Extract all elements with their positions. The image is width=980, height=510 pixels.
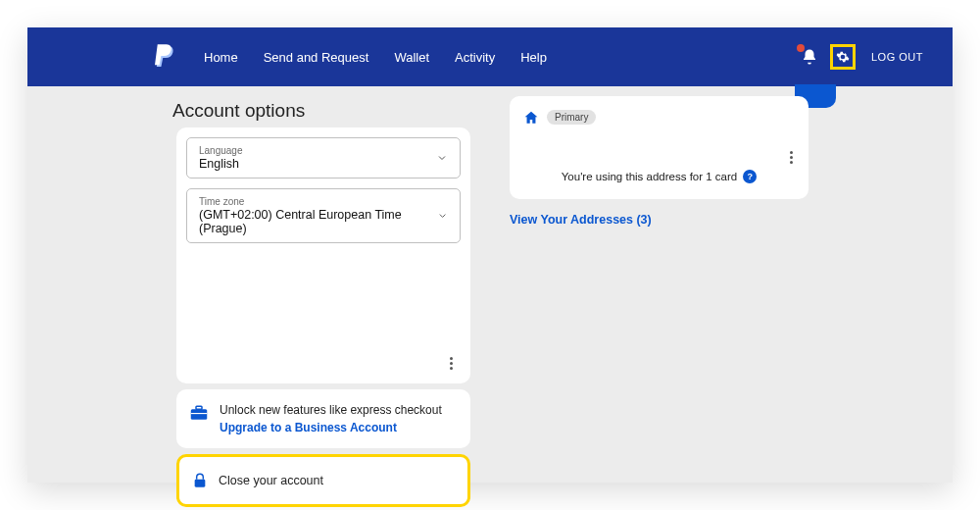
kebab-dot-icon bbox=[790, 156, 793, 159]
kebab-dot-icon bbox=[790, 161, 793, 164]
svg-rect-2 bbox=[191, 413, 208, 414]
nav-home[interactable]: Home bbox=[204, 50, 238, 65]
page-title: Account options bbox=[172, 100, 305, 122]
chevron-down-icon bbox=[436, 152, 448, 164]
gear-icon bbox=[836, 50, 850, 64]
svg-rect-1 bbox=[196, 406, 202, 409]
address-card: Primary You're using this address for 1 … bbox=[510, 96, 808, 199]
kebab-dot-icon bbox=[450, 367, 453, 370]
address-usage-note: You're using this address for 1 card ? bbox=[523, 170, 795, 183]
lock-icon bbox=[193, 473, 207, 488]
address-note-text: You're using this address for 1 card bbox=[562, 171, 738, 182]
paypal-logo-icon bbox=[155, 44, 176, 70]
home-icon bbox=[523, 111, 539, 125]
timezone-value: (GMT+02:00) Central European Time (Pragu… bbox=[199, 208, 437, 235]
chevron-down-icon bbox=[437, 210, 448, 222]
view-addresses-link[interactable]: View Your Addresses (3) bbox=[510, 213, 652, 227]
kebab-dot-icon bbox=[790, 151, 793, 154]
kebab-dot-icon bbox=[450, 362, 453, 365]
nav-activity[interactable]: Activity bbox=[455, 50, 495, 65]
timezone-dropdown[interactable]: Time zone (GMT+02:00) Central European T… bbox=[186, 188, 461, 243]
logout-button[interactable]: LOG OUT bbox=[871, 51, 923, 63]
notifications-button[interactable] bbox=[801, 48, 818, 66]
address-panel: Primary You're using this address for 1 … bbox=[510, 96, 808, 228]
language-value: English bbox=[199, 157, 243, 171]
main-nav: Home Send and Request Wallet Activity He… bbox=[204, 50, 547, 65]
primary-badge: Primary bbox=[547, 110, 596, 125]
header-right: LOG OUT bbox=[801, 44, 923, 70]
upgrade-link[interactable]: Upgrade to a Business Account bbox=[220, 421, 442, 434]
settings-button[interactable] bbox=[830, 44, 856, 70]
upgrade-text: Unlock new features like express checkou… bbox=[220, 403, 442, 417]
upgrade-card: Unlock new features like express checkou… bbox=[176, 389, 470, 448]
address-overflow-menu[interactable] bbox=[784, 145, 799, 170]
help-icon[interactable]: ? bbox=[743, 170, 757, 183]
nav-wallet[interactable]: Wallet bbox=[394, 50, 429, 65]
notification-badge-icon bbox=[797, 44, 805, 52]
content-area: Account options Language English Time zo… bbox=[27, 86, 953, 483]
options-overflow-menu[interactable] bbox=[444, 351, 459, 376]
close-account-label: Close your account bbox=[219, 474, 323, 487]
close-account-button[interactable]: Close your account bbox=[176, 454, 470, 507]
app-header: Home Send and Request Wallet Activity He… bbox=[27, 27, 953, 86]
nav-send-request[interactable]: Send and Request bbox=[264, 50, 369, 65]
svg-rect-3 bbox=[195, 480, 206, 487]
options-card: Language English Time zone (GMT+02:00) C… bbox=[176, 128, 470, 383]
kebab-dot-icon bbox=[450, 357, 453, 360]
language-dropdown[interactable]: Language English bbox=[186, 137, 461, 178]
nav-help[interactable]: Help bbox=[520, 50, 547, 65]
timezone-label: Time zone bbox=[199, 196, 437, 207]
briefcase-icon bbox=[190, 405, 208, 421]
account-options-panel: Language English Time zone (GMT+02:00) C… bbox=[176, 128, 470, 507]
svg-rect-0 bbox=[191, 409, 208, 420]
language-label: Language bbox=[199, 145, 243, 156]
